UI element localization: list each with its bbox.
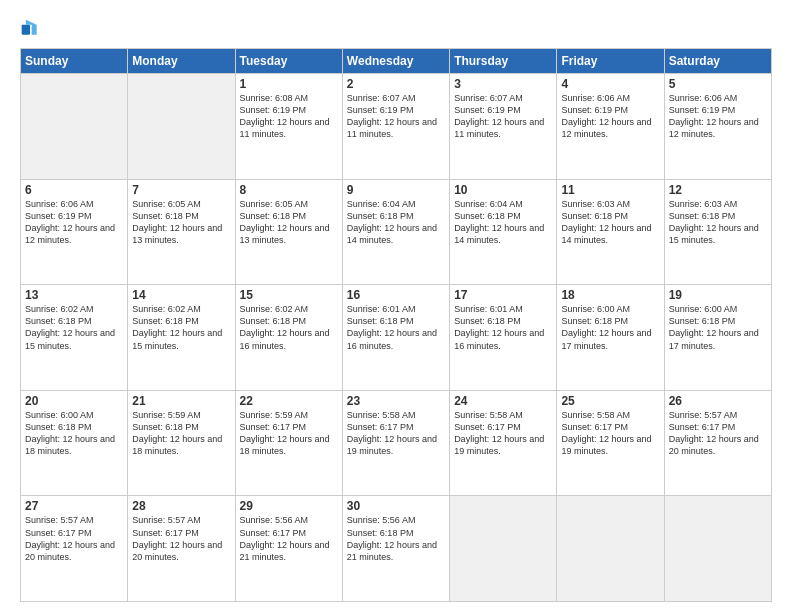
day-info: Sunrise: 5:58 AM Sunset: 6:17 PM Dayligh… [561, 409, 659, 458]
calendar-day-cell: 14Sunrise: 6:02 AM Sunset: 6:18 PM Dayli… [128, 285, 235, 391]
day-number: 14 [132, 288, 230, 302]
calendar-day-cell: 16Sunrise: 6:01 AM Sunset: 6:18 PM Dayli… [342, 285, 449, 391]
day-info: Sunrise: 6:06 AM Sunset: 6:19 PM Dayligh… [561, 92, 659, 141]
day-info: Sunrise: 6:06 AM Sunset: 6:19 PM Dayligh… [669, 92, 767, 141]
day-number: 2 [347, 77, 445, 91]
calendar-day-cell: 23Sunrise: 5:58 AM Sunset: 6:17 PM Dayli… [342, 390, 449, 496]
calendar-week-row: 6Sunrise: 6:06 AM Sunset: 6:19 PM Daylig… [21, 179, 772, 285]
day-number: 4 [561, 77, 659, 91]
day-info: Sunrise: 5:57 AM Sunset: 6:17 PM Dayligh… [132, 514, 230, 563]
day-info: Sunrise: 6:00 AM Sunset: 6:18 PM Dayligh… [561, 303, 659, 352]
calendar-day-cell: 28Sunrise: 5:57 AM Sunset: 6:17 PM Dayli… [128, 496, 235, 602]
day-number: 10 [454, 183, 552, 197]
header [20, 18, 772, 38]
weekday-header-cell: Thursday [450, 49, 557, 74]
day-number: 1 [240, 77, 338, 91]
calendar-week-row: 1Sunrise: 6:08 AM Sunset: 6:19 PM Daylig… [21, 74, 772, 180]
calendar-table: SundayMondayTuesdayWednesdayThursdayFrid… [20, 48, 772, 602]
calendar-day-cell: 2Sunrise: 6:07 AM Sunset: 6:19 PM Daylig… [342, 74, 449, 180]
generalblue-logo-icon [20, 18, 40, 38]
day-info: Sunrise: 6:02 AM Sunset: 6:18 PM Dayligh… [25, 303, 123, 352]
calendar-day-cell: 26Sunrise: 5:57 AM Sunset: 6:17 PM Dayli… [664, 390, 771, 496]
day-number: 20 [25, 394, 123, 408]
calendar-day-cell: 25Sunrise: 5:58 AM Sunset: 6:17 PM Dayli… [557, 390, 664, 496]
day-number: 22 [240, 394, 338, 408]
day-number: 11 [561, 183, 659, 197]
day-number: 15 [240, 288, 338, 302]
day-number: 18 [561, 288, 659, 302]
calendar-day-cell: 12Sunrise: 6:03 AM Sunset: 6:18 PM Dayli… [664, 179, 771, 285]
day-number: 3 [454, 77, 552, 91]
calendar-week-row: 13Sunrise: 6:02 AM Sunset: 6:18 PM Dayli… [21, 285, 772, 391]
calendar-day-cell: 24Sunrise: 5:58 AM Sunset: 6:17 PM Dayli… [450, 390, 557, 496]
day-info: Sunrise: 6:06 AM Sunset: 6:19 PM Dayligh… [25, 198, 123, 247]
weekday-header-cell: Tuesday [235, 49, 342, 74]
calendar-day-cell: 7Sunrise: 6:05 AM Sunset: 6:18 PM Daylig… [128, 179, 235, 285]
day-info: Sunrise: 5:58 AM Sunset: 6:17 PM Dayligh… [347, 409, 445, 458]
day-number: 19 [669, 288, 767, 302]
calendar-day-cell: 4Sunrise: 6:06 AM Sunset: 6:19 PM Daylig… [557, 74, 664, 180]
calendar-day-cell: 10Sunrise: 6:04 AM Sunset: 6:18 PM Dayli… [450, 179, 557, 285]
day-number: 5 [669, 77, 767, 91]
day-info: Sunrise: 6:00 AM Sunset: 6:18 PM Dayligh… [25, 409, 123, 458]
calendar-day-cell: 9Sunrise: 6:04 AM Sunset: 6:18 PM Daylig… [342, 179, 449, 285]
calendar-day-cell: 29Sunrise: 5:56 AM Sunset: 6:17 PM Dayli… [235, 496, 342, 602]
weekday-header-row: SundayMondayTuesdayWednesdayThursdayFrid… [21, 49, 772, 74]
day-number: 16 [347, 288, 445, 302]
calendar-week-row: 20Sunrise: 6:00 AM Sunset: 6:18 PM Dayli… [21, 390, 772, 496]
logo [20, 18, 44, 38]
day-number: 12 [669, 183, 767, 197]
calendar-day-cell: 11Sunrise: 6:03 AM Sunset: 6:18 PM Dayli… [557, 179, 664, 285]
day-info: Sunrise: 6:07 AM Sunset: 6:19 PM Dayligh… [347, 92, 445, 141]
day-number: 27 [25, 499, 123, 513]
calendar-day-cell: 19Sunrise: 6:00 AM Sunset: 6:18 PM Dayli… [664, 285, 771, 391]
day-number: 6 [25, 183, 123, 197]
calendar-day-cell [557, 496, 664, 602]
day-info: Sunrise: 6:01 AM Sunset: 6:18 PM Dayligh… [454, 303, 552, 352]
day-number: 21 [132, 394, 230, 408]
day-info: Sunrise: 5:58 AM Sunset: 6:17 PM Dayligh… [454, 409, 552, 458]
calendar-body: 1Sunrise: 6:08 AM Sunset: 6:19 PM Daylig… [21, 74, 772, 602]
calendar-day-cell [664, 496, 771, 602]
weekday-header-cell: Monday [128, 49, 235, 74]
day-info: Sunrise: 6:07 AM Sunset: 6:19 PM Dayligh… [454, 92, 552, 141]
day-info: Sunrise: 6:04 AM Sunset: 6:18 PM Dayligh… [454, 198, 552, 247]
calendar-day-cell: 17Sunrise: 6:01 AM Sunset: 6:18 PM Dayli… [450, 285, 557, 391]
day-number: 9 [347, 183, 445, 197]
calendar-week-row: 27Sunrise: 5:57 AM Sunset: 6:17 PM Dayli… [21, 496, 772, 602]
day-number: 23 [347, 394, 445, 408]
weekday-header-cell: Sunday [21, 49, 128, 74]
calendar-day-cell [21, 74, 128, 180]
day-number: 13 [25, 288, 123, 302]
day-info: Sunrise: 5:59 AM Sunset: 6:18 PM Dayligh… [132, 409, 230, 458]
day-number: 28 [132, 499, 230, 513]
weekday-header-cell: Wednesday [342, 49, 449, 74]
weekday-header-cell: Friday [557, 49, 664, 74]
day-info: Sunrise: 6:00 AM Sunset: 6:18 PM Dayligh… [669, 303, 767, 352]
calendar-day-cell: 22Sunrise: 5:59 AM Sunset: 6:17 PM Dayli… [235, 390, 342, 496]
calendar-day-cell: 30Sunrise: 5:56 AM Sunset: 6:18 PM Dayli… [342, 496, 449, 602]
day-info: Sunrise: 5:59 AM Sunset: 6:17 PM Dayligh… [240, 409, 338, 458]
day-info: Sunrise: 6:03 AM Sunset: 6:18 PM Dayligh… [669, 198, 767, 247]
day-info: Sunrise: 5:56 AM Sunset: 6:17 PM Dayligh… [240, 514, 338, 563]
calendar-day-cell [450, 496, 557, 602]
calendar-day-cell [128, 74, 235, 180]
calendar-day-cell: 27Sunrise: 5:57 AM Sunset: 6:17 PM Dayli… [21, 496, 128, 602]
day-info: Sunrise: 6:04 AM Sunset: 6:18 PM Dayligh… [347, 198, 445, 247]
day-info: Sunrise: 6:05 AM Sunset: 6:18 PM Dayligh… [132, 198, 230, 247]
svg-rect-0 [22, 25, 30, 35]
day-number: 25 [561, 394, 659, 408]
calendar-day-cell: 1Sunrise: 6:08 AM Sunset: 6:19 PM Daylig… [235, 74, 342, 180]
day-info: Sunrise: 6:08 AM Sunset: 6:19 PM Dayligh… [240, 92, 338, 141]
calendar-day-cell: 13Sunrise: 6:02 AM Sunset: 6:18 PM Dayli… [21, 285, 128, 391]
day-info: Sunrise: 6:01 AM Sunset: 6:18 PM Dayligh… [347, 303, 445, 352]
day-number: 24 [454, 394, 552, 408]
calendar-day-cell: 5Sunrise: 6:06 AM Sunset: 6:19 PM Daylig… [664, 74, 771, 180]
day-info: Sunrise: 5:56 AM Sunset: 6:18 PM Dayligh… [347, 514, 445, 563]
calendar-day-cell: 15Sunrise: 6:02 AM Sunset: 6:18 PM Dayli… [235, 285, 342, 391]
day-info: Sunrise: 6:02 AM Sunset: 6:18 PM Dayligh… [132, 303, 230, 352]
calendar-day-cell: 3Sunrise: 6:07 AM Sunset: 6:19 PM Daylig… [450, 74, 557, 180]
calendar-day-cell: 6Sunrise: 6:06 AM Sunset: 6:19 PM Daylig… [21, 179, 128, 285]
calendar-day-cell: 18Sunrise: 6:00 AM Sunset: 6:18 PM Dayli… [557, 285, 664, 391]
day-info: Sunrise: 5:57 AM Sunset: 6:17 PM Dayligh… [25, 514, 123, 563]
